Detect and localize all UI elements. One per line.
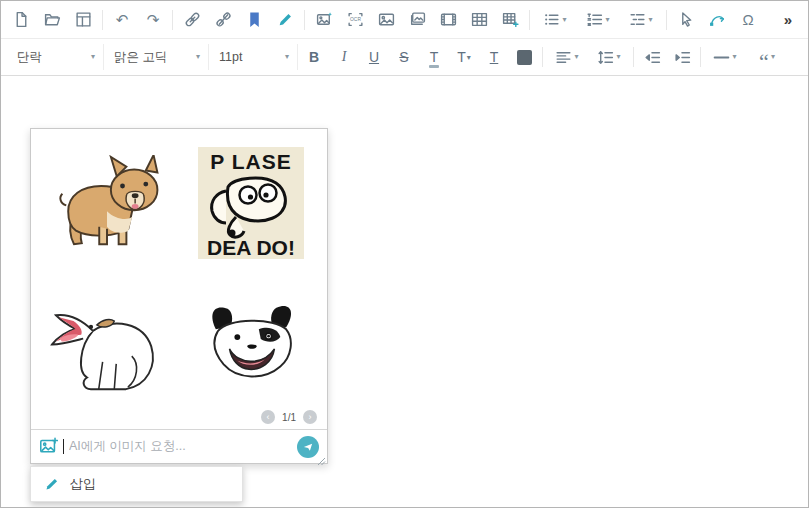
subscript-style-button[interactable]: T▾ — [450, 43, 478, 71]
open-file-button[interactable] — [38, 6, 66, 34]
smiling-dog-drawing — [200, 300, 302, 384]
screaming-dog-drawing — [46, 290, 168, 395]
underline-color-label: T — [490, 49, 499, 65]
font-size-dropdown[interactable]: 11pt▾ — [211, 44, 298, 70]
omega-icon: Ω — [742, 12, 753, 27]
chevron-down-icon: ▾ — [616, 53, 620, 61]
undo-button[interactable]: ↶ — [108, 6, 136, 34]
horizontal-line-icon — [713, 49, 730, 66]
chevron-down-icon: ▾ — [562, 16, 566, 24]
paragraph-style-value: 단락 — [17, 49, 42, 66]
table-icon — [471, 11, 488, 28]
more-tools-button[interactable]: » — [774, 6, 802, 34]
insert-video-button[interactable] — [434, 6, 462, 34]
strikethrough-button[interactable]: S — [390, 43, 418, 71]
ai-image-smiling-dog[interactable] — [179, 280, 323, 406]
ai-image-pager: ‹ 1/1 › — [31, 405, 327, 429]
bullet-list-icon — [543, 11, 560, 28]
svg-text:DEA DO!: DEA DO! — [207, 236, 295, 259]
line-height-dropdown[interactable]: ▾ — [589, 43, 629, 71]
indent-icon — [674, 49, 691, 66]
ocr-button[interactable]: OCR — [341, 6, 369, 34]
send-icon — [302, 441, 314, 453]
font-family-dropdown[interactable]: 맑은 고딕▾ — [106, 44, 209, 70]
underline-label: U — [369, 49, 379, 65]
prev-page-button[interactable]: ‹ — [261, 410, 275, 424]
video-icon — [440, 11, 457, 28]
gallery-icon — [409, 11, 426, 28]
redo-button[interactable]: ↷ — [139, 6, 167, 34]
new-document-button[interactable] — [7, 6, 35, 34]
font-size-value: 11pt — [219, 50, 242, 64]
underline-button[interactable]: U — [360, 43, 388, 71]
next-page-button[interactable]: › — [303, 410, 317, 424]
ai-image-bulldog[interactable] — [35, 137, 179, 270]
outdent-icon — [644, 49, 661, 66]
chevron-down-icon: ▾ — [648, 16, 652, 24]
ai-image-screaming-dog[interactable] — [35, 280, 179, 406]
numbered-list-dropdown[interactable]: ▾ — [578, 6, 618, 34]
block-style-icon — [517, 50, 532, 65]
ai-prompt-input[interactable]: AI에게 이미지 요청... — [31, 429, 327, 463]
toolbar-separator — [700, 47, 701, 67]
block-style-button[interactable] — [510, 43, 538, 71]
draw-curve-button[interactable] — [703, 6, 731, 34]
chevron-down-icon: ▾ — [732, 53, 736, 61]
photo-album-button[interactable] — [403, 6, 431, 34]
chevron-left-icon: ‹ — [267, 412, 270, 422]
bulldog-drawing — [48, 155, 166, 252]
insert-link-button[interactable] — [178, 6, 206, 34]
align-dropdown[interactable]: ▾ — [547, 43, 587, 71]
undo-icon: ↶ — [116, 12, 129, 27]
chevron-down-icon: ▾ — [605, 16, 609, 24]
redo-icon: ↷ — [147, 12, 160, 27]
insert-menu-item[interactable]: 삽입 — [30, 466, 243, 502]
resize-grip-icon — [316, 456, 326, 466]
outline-list-dropdown[interactable]: ▾ — [621, 6, 661, 34]
cursor-icon — [678, 11, 695, 28]
outdent-button[interactable] — [638, 43, 666, 71]
underline-color-button[interactable]: T — [480, 43, 508, 71]
ai-write-button[interactable] — [271, 6, 299, 34]
chevron-down-icon: ▾ — [285, 53, 289, 61]
insert-table-button[interactable] — [465, 6, 493, 34]
bookmark-icon — [246, 11, 263, 28]
resize-grip[interactable] — [316, 452, 326, 462]
unlink-button[interactable] — [209, 6, 237, 34]
unlink-icon — [215, 11, 232, 28]
ai-image-please-meme[interactable]: P LASE DEA DO! — [179, 137, 323, 270]
blockquote-dropdown[interactable]: “▾ — [747, 43, 787, 71]
insert-menu-label: 삽입 — [70, 475, 96, 493]
add-image-icon — [39, 437, 58, 456]
bookmark-button[interactable] — [240, 6, 268, 34]
chevron-down-icon: ▾ — [196, 53, 200, 61]
bullet-list-dropdown[interactable]: ▾ — [535, 6, 575, 34]
document-icon — [13, 11, 30, 28]
special-character-button[interactable]: Ω — [734, 6, 762, 34]
editor-canvas[interactable]: P LASE DEA DO! — [1, 76, 808, 507]
svg-text:P LASE: P LASE — [210, 150, 291, 173]
italic-button[interactable]: I — [330, 43, 358, 71]
bold-button[interactable]: B — [300, 43, 328, 71]
text-color-label: T — [430, 49, 439, 65]
text-color-button[interactable]: T — [420, 43, 448, 71]
paragraph-style-dropdown[interactable]: 단락▾ — [9, 44, 104, 70]
insert-image-button[interactable] — [372, 6, 400, 34]
link-icon — [184, 11, 201, 28]
horizontal-rule-dropdown[interactable]: ▾ — [705, 43, 745, 71]
numbered-list-icon — [586, 11, 603, 28]
ai-image-popup: P LASE DEA DO! — [30, 128, 328, 464]
table-insert-cell-button[interactable] — [496, 6, 524, 34]
quote-icon: “ — [759, 58, 769, 67]
text-cursor — [63, 439, 64, 454]
chevron-right-icon: › — [309, 412, 312, 422]
italic-label: I — [342, 49, 347, 65]
indent-button[interactable] — [668, 43, 696, 71]
align-left-icon — [555, 49, 572, 66]
ai-image-button[interactable] — [310, 6, 338, 34]
please-dead-dog-meme-drawing: P LASE DEA DO! — [198, 147, 304, 259]
page-indicator: 1/1 — [282, 412, 296, 423]
template-button[interactable] — [69, 6, 97, 34]
bold-label: B — [309, 49, 319, 65]
select-tool-button[interactable] — [672, 6, 700, 34]
